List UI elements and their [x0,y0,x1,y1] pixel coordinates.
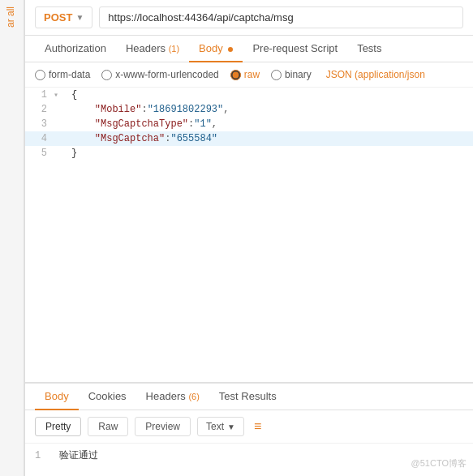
resp-tab-headers[interactable]: Headers (6) [136,384,209,410]
url-input[interactable] [99,6,463,28]
resp-tab-test-results[interactable]: Test Results [209,384,286,410]
request-tabs: Authorization Headers (1) Body Pre-reque… [25,36,473,62]
code-line-5: 5 } [25,146,473,161]
preview-button[interactable]: Preview [135,417,191,436]
resp-headers-badge: (6) [188,392,199,401]
code-editor[interactable]: 1 ▾ { 2 "Mobile":"18691802293", 3 "MsgCa… [25,88,473,383]
option-binary[interactable]: binary [271,69,312,80]
response-line-1: 1 验证通过 [35,448,463,462]
response-section: Body Cookies Headers (6) Test Results Pr… [25,383,473,476]
wrap-icon[interactable]: ≡ [254,419,261,434]
body-options: form-data x-www-form-urlencoded raw bina… [25,62,473,88]
response-text-1: 验证通过 [59,448,98,462]
watermark: @51CTO博客 [411,457,467,470]
option-urlencoded[interactable]: x-www-form-urlencoded [101,69,218,80]
method-button[interactable]: POST ▼ [35,6,92,28]
raw-button[interactable]: Raw [88,417,128,436]
headers-badge: (1) [169,44,179,54]
response-toolbar: Pretty Raw Preview Text ▼ ≡ [25,410,473,444]
tab-authorization[interactable]: Authorization [35,36,116,62]
pretty-button[interactable]: Pretty [35,417,81,436]
code-line-4: 4 "MsgCaptcha":"655584" [25,131,473,146]
method-chevron-icon: ▼ [75,13,84,22]
text-format-label: Text [206,421,224,432]
option-form-data[interactable]: form-data [35,69,90,80]
option-raw[interactable]: raw [230,69,260,80]
tab-tests[interactable]: Tests [347,36,391,62]
code-line-1: 1 ▾ { [25,88,473,102]
response-tabs: Body Cookies Headers (6) Test Results [25,384,473,410]
sidebar-link[interactable]: ar all [0,0,21,34]
tab-prerequest[interactable]: Pre-request Script [243,36,347,62]
resp-tab-cookies[interactable]: Cookies [79,384,136,410]
tab-body[interactable]: Body [189,36,243,62]
tab-headers[interactable]: Headers (1) [116,36,189,62]
json-type-label: JSON (application/json [326,69,425,80]
body-dot [228,47,233,52]
code-lines: 1 ▾ { 2 "Mobile":"18691802293", 3 "MsgCa… [25,88,473,161]
text-format-button[interactable]: Text ▼ [197,417,244,436]
left-sidebar: ar all [0,0,24,476]
code-line-2: 2 "Mobile":"18691802293", [25,102,473,117]
response-content: 1 验证通过 [25,444,473,476]
method-label: POST [44,11,72,24]
code-line-3: 3 "MsgCaptchaType":"1", [25,117,473,131]
text-format-chevron-icon: ▼ [227,422,235,431]
resp-tab-body[interactable]: Body [35,384,79,410]
request-url-bar: POST ▼ [25,0,473,36]
